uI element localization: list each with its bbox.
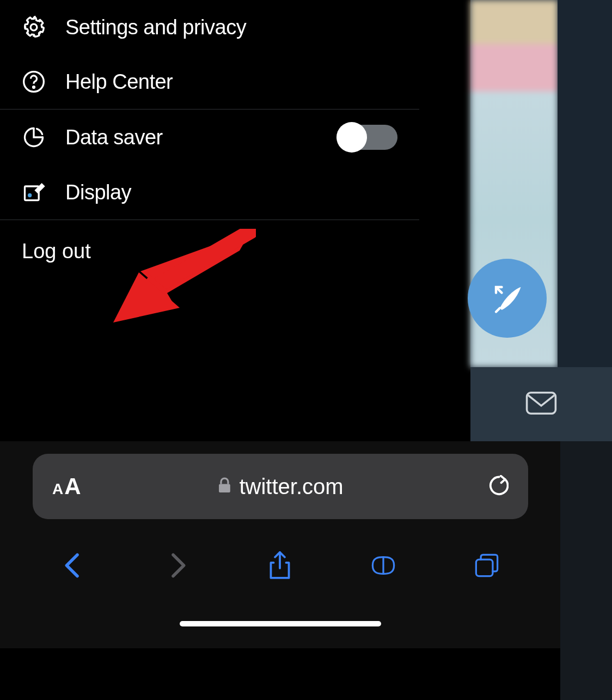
reload-button[interactable] — [488, 475, 509, 498]
lock-icon — [217, 477, 231, 496]
svg-point-1 — [30, 24, 37, 31]
address-bar[interactable]: AA twitter.com — [33, 454, 528, 519]
envelope-icon — [525, 390, 557, 416]
gear-icon — [22, 15, 46, 39]
twitter-bottom-nav-partial — [470, 367, 612, 441]
safari-browser-chrome: AA twitter.com — [0, 441, 560, 648]
help-center-item[interactable]: Help Center — [0, 54, 419, 109]
back-button[interactable] — [60, 550, 87, 583]
messages-tab[interactable] — [525, 390, 557, 418]
url-display[interactable]: twitter.com — [217, 474, 343, 499]
safari-toolbar — [0, 537, 560, 596]
settings-privacy-label: Settings and privacy — [65, 16, 246, 39]
svg-rect-10 — [219, 484, 230, 492]
data-saver-toggle[interactable] — [338, 125, 397, 150]
tabs-button[interactable] — [474, 550, 500, 583]
side-drawer-menu: Settings and privacy Help Center Data sa… — [0, 0, 419, 441]
forward-button[interactable] — [164, 550, 190, 583]
display-edit-icon — [22, 180, 46, 204]
svg-rect-11 — [476, 559, 493, 576]
help-icon — [22, 70, 46, 94]
svg-point-5 — [28, 193, 32, 197]
share-button[interactable] — [267, 550, 293, 583]
display-label: Display — [65, 181, 131, 204]
logout-label: Log out — [22, 240, 91, 263]
svg-rect-0 — [527, 393, 556, 413]
home-indicator[interactable] — [180, 621, 381, 626]
help-center-label: Help Center — [65, 70, 173, 94]
compose-feather-icon — [488, 279, 527, 318]
data-saver-label: Data saver — [65, 126, 163, 149]
text-size-button[interactable]: AA — [52, 473, 81, 500]
logout-item[interactable]: Log out — [0, 220, 419, 278]
display-item[interactable]: Display — [0, 165, 419, 220]
compose-tweet-button[interactable] — [468, 259, 547, 338]
settings-privacy-item[interactable]: Settings and privacy — [0, 0, 419, 54]
data-saver-item[interactable]: Data saver — [0, 109, 419, 165]
url-text: twitter.com — [239, 474, 343, 499]
background-dark-strip — [558, 0, 612, 367]
bookmarks-button[interactable] — [370, 550, 396, 583]
svg-point-3 — [33, 87, 35, 88]
toggle-knob — [336, 122, 367, 153]
data-saver-icon — [22, 125, 46, 149]
